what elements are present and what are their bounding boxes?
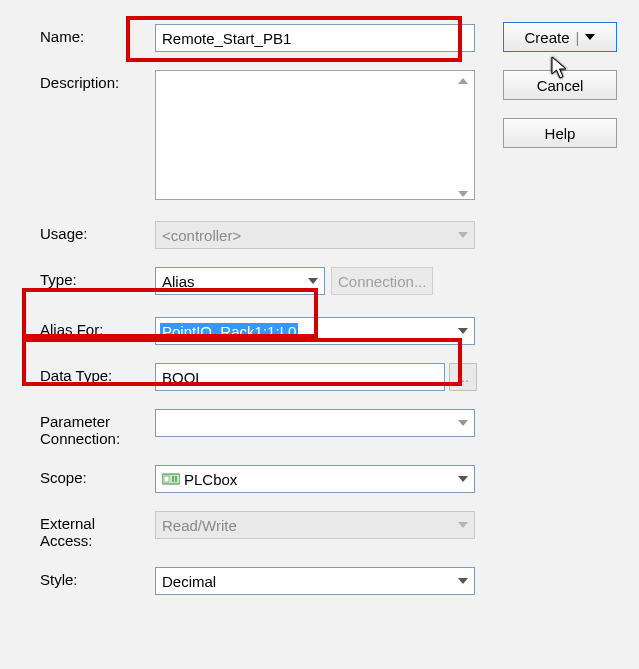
type-value: Alias <box>162 273 195 290</box>
controller-icon <box>162 472 180 486</box>
usage-value: <controller> <box>162 227 241 244</box>
connection-button: Connection... <box>331 267 433 295</box>
style-select[interactable]: Decimal <box>155 567 475 595</box>
new-tag-dialog: Create | Cancel Help Name: Description: <box>0 0 639 631</box>
parameter-connection-label: Parameter Connection: <box>40 409 155 447</box>
name-input[interactable] <box>155 24 475 52</box>
style-value: Decimal <box>162 573 216 590</box>
svg-rect-3 <box>175 476 177 482</box>
alias-for-label: Alias For: <box>40 317 155 338</box>
parameter-connection-select[interactable] <box>155 409 475 437</box>
external-access-label: External Access: <box>40 511 155 549</box>
style-label: Style: <box>40 567 155 588</box>
type-label: Type: <box>40 267 155 288</box>
chevron-down-icon <box>458 522 468 528</box>
data-type-label: Data Type: <box>40 363 155 384</box>
svg-rect-2 <box>172 476 174 482</box>
chevron-down-icon <box>458 420 468 426</box>
scroll-up-icon[interactable] <box>455 72 471 88</box>
data-type-input[interactable] <box>155 363 445 391</box>
description-label: Description: <box>40 70 155 91</box>
name-label: Name: <box>40 24 155 45</box>
usage-label: Usage: <box>40 221 155 242</box>
chevron-down-icon <box>308 278 318 284</box>
chevron-down-icon <box>458 328 468 334</box>
type-select[interactable]: Alias <box>155 267 325 295</box>
chevron-down-icon <box>458 476 468 482</box>
scope-label: Scope: <box>40 465 155 486</box>
description-textarea[interactable] <box>155 70 475 200</box>
scope-select[interactable]: PLCbox <box>155 465 475 493</box>
svg-rect-1 <box>164 476 169 482</box>
scroll-down-icon[interactable] <box>455 185 471 201</box>
chevron-down-icon <box>458 578 468 584</box>
usage-select: <controller> <box>155 221 475 249</box>
scope-value: PLCbox <box>184 471 237 488</box>
external-access-value: Read/Write <box>162 517 237 534</box>
external-access-select: Read/Write <box>155 511 475 539</box>
alias-for-select[interactable]: PointIO_Rack1:1:I.0 <box>155 317 475 345</box>
data-type-browse-button[interactable]: ... <box>449 363 477 391</box>
chevron-down-icon <box>458 232 468 238</box>
alias-for-value: PointIO_Rack1:1:I.0 <box>160 323 298 340</box>
